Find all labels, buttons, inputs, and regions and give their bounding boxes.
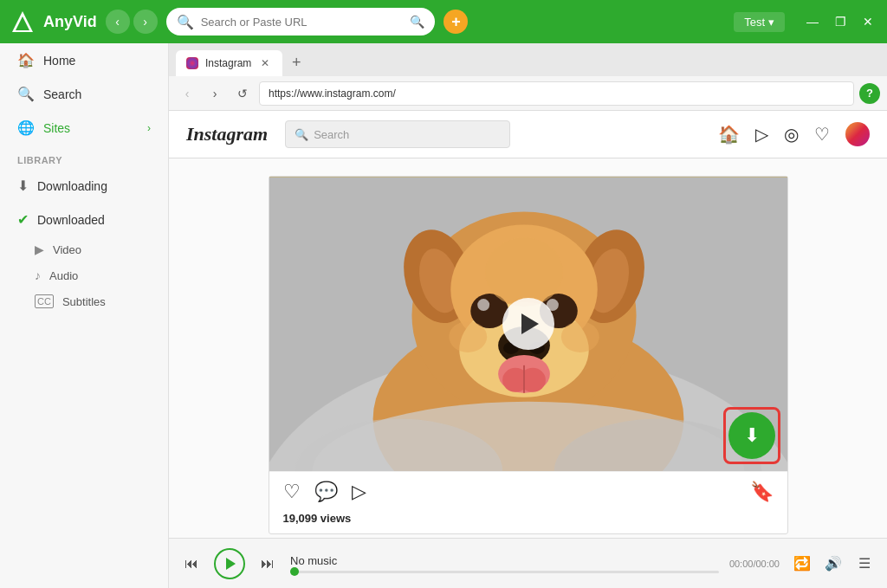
maximize-button[interactable]: ❐ <box>830 11 851 32</box>
download-overlay: ⬇ <box>723 407 780 464</box>
search-input[interactable] <box>201 16 404 29</box>
home-nav-icon[interactable]: 🏠 <box>718 124 740 145</box>
instagram-feed: ⬇ ♡ 💬 ▷ 🔖 19,099 views <box>269 176 788 534</box>
svg-point-24 <box>449 321 487 352</box>
audio-icon: ♪ <box>35 268 41 282</box>
search-icon: 🔍 <box>177 14 194 30</box>
sidebar-item-downloaded[interactable]: ✔ Downloaded <box>0 203 168 236</box>
forward-button[interactable]: › <box>133 10 158 34</box>
like-button[interactable]: ♡ <box>283 481 301 503</box>
back-button[interactable]: ‹ <box>106 10 130 34</box>
sidebar-video-label: Video <box>53 243 81 256</box>
post-actions: ♡ 💬 ▷ 🔖 <box>269 471 787 512</box>
close-button[interactable]: ✕ <box>858 11 878 32</box>
home-icon: 🏠 <box>17 52 35 68</box>
previous-track-button[interactable]: ⏮ <box>179 552 204 576</box>
instagram-post: ⬇ ♡ 💬 ▷ 🔖 19,099 views <box>269 176 788 534</box>
sidebar-item-home[interactable]: 🏠 Home <box>0 43 168 77</box>
sidebar-item-home-label: Home <box>43 54 75 68</box>
compass-nav-icon[interactable]: ◎ <box>784 124 799 145</box>
play-circle-icon <box>226 558 236 570</box>
download-icon: ⬇ <box>17 178 29 194</box>
download-icon: ⬇ <box>744 424 760 447</box>
search-icon-right: 🔍 <box>410 15 424 29</box>
titlebar: AnyVid ‹ › 🔍 🔍 + Test ▾ — ❐ ✕ <box>0 0 887 43</box>
subtitles-icon: CC <box>35 294 54 308</box>
sidebar-subtitles-label: Subtitles <box>62 295 106 308</box>
svg-point-25 <box>560 321 599 352</box>
app-logo: AnyVid <box>9 8 97 36</box>
instagram-content-area[interactable]: Instagram 🔍 Search 🏠 ▷ ◎ ♡ <box>169 111 887 538</box>
back-nav-button[interactable]: ‹ <box>176 82 198 105</box>
repeat-button[interactable]: 🔁 <box>790 552 814 576</box>
browser-nav: ‹ › ↺ ? <box>169 76 887 111</box>
forward-nav-button[interactable]: › <box>204 82 226 105</box>
sidebar-item-search-label: Search <box>43 87 81 101</box>
instagram-search-placeholder: Search <box>314 128 349 141</box>
sidebar-subitem-audio[interactable]: ♪ Audio <box>0 262 168 288</box>
library-label: Library <box>0 145 168 169</box>
logo-icon <box>9 8 36 36</box>
download-button[interactable]: ⬇ <box>728 412 775 459</box>
post-views: 19,099 views <box>269 512 787 533</box>
sites-icon: 🌐 <box>17 120 35 136</box>
instagram-tab[interactable]: Instagram ✕ <box>176 50 282 76</box>
play-triangle-icon <box>521 313 539 334</box>
user-menu-button[interactable]: Test ▾ <box>734 12 785 32</box>
next-track-button[interactable]: ⏭ <box>256 552 280 576</box>
sidebar-item-search[interactable]: 🔍 Search <box>0 77 168 111</box>
post-image-container: ⬇ <box>269 177 787 471</box>
svg-point-23 <box>485 237 563 307</box>
player-right-controls: 🔁 🔊 ☰ <box>790 552 877 576</box>
url-bar[interactable] <box>259 81 854 106</box>
profile-avatar[interactable] <box>845 122 870 146</box>
sidebar-item-downloading[interactable]: ⬇ Downloading <box>0 169 168 203</box>
track-name: No music <box>290 554 719 567</box>
time-display: 00:00/00:00 <box>729 559 780 569</box>
add-button[interactable]: + <box>444 10 468 34</box>
share-button[interactable]: ▷ <box>352 481 366 503</box>
sidebar: 🏠 Home 🔍 Search 🌐 Sites › Library ⬇ Down… <box>0 43 169 588</box>
sidebar-item-sites[interactable]: 🌐 Sites › <box>0 111 168 145</box>
download-highlight: ⬇ <box>723 407 780 464</box>
track-progress <box>290 571 719 573</box>
app-name: AnyVid <box>43 13 97 31</box>
user-name: Test <box>744 16 765 29</box>
search-icon: 🔍 <box>295 128 308 141</box>
instagram-favicon <box>186 57 198 69</box>
browser-tabs: Instagram ✕ + <box>169 43 887 76</box>
minimize-button[interactable]: — <box>802 11 823 32</box>
volume-button[interactable]: 🔊 <box>821 552 845 576</box>
comment-button[interactable]: 💬 <box>314 481 338 503</box>
tab-label: Instagram <box>205 57 251 69</box>
window-controls: — ❐ ✕ <box>802 11 878 32</box>
browser-area: Instagram ✕ + ‹ › ↺ ? Instagram 🔍 Search <box>169 43 887 588</box>
playlist-button[interactable]: ☰ <box>852 552 877 576</box>
sidebar-audio-label: Audio <box>49 269 78 282</box>
sidebar-subitem-subtitles[interactable]: CC Subtitles <box>0 288 168 314</box>
instagram-logo: Instagram <box>186 123 268 145</box>
progress-bar[interactable] <box>290 571 719 573</box>
tab-close-button[interactable]: ✕ <box>258 56 272 70</box>
play-button[interactable] <box>502 298 554 350</box>
sidebar-downloaded-label: Downloaded <box>37 213 105 227</box>
instagram-nav-icons: 🏠 ▷ ◎ ♡ <box>718 122 870 146</box>
play-pause-button[interactable] <box>214 548 245 579</box>
heart-nav-icon[interactable]: ♡ <box>814 124 830 145</box>
chevron-right-icon: › <box>147 122 151 134</box>
sidebar-downloading-label: Downloading <box>37 179 107 193</box>
send-nav-icon[interactable]: ▷ <box>755 124 768 145</box>
chevron-down-icon: ▾ <box>768 16 774 29</box>
refresh-button[interactable]: ↺ <box>231 82 254 105</box>
instagram-search-bar[interactable]: 🔍 Search <box>285 120 510 148</box>
help-button[interactable]: ? <box>859 83 880 104</box>
check-icon: ✔ <box>17 211 29 228</box>
track-info: No music <box>290 554 719 573</box>
progress-dot <box>290 567 299 576</box>
bottom-player: ⏮ ⏭ No music 00:00/00:00 🔁 🔊 ☰ <box>169 538 887 588</box>
sidebar-subitem-video[interactable]: ▶ Video <box>0 236 168 262</box>
bookmark-button[interactable]: 🔖 <box>750 481 774 503</box>
new-tab-button[interactable]: + <box>284 50 308 74</box>
video-icon: ▶ <box>35 242 44 256</box>
instagram-header: Instagram 🔍 Search 🏠 ▷ ◎ ♡ <box>169 111 887 158</box>
